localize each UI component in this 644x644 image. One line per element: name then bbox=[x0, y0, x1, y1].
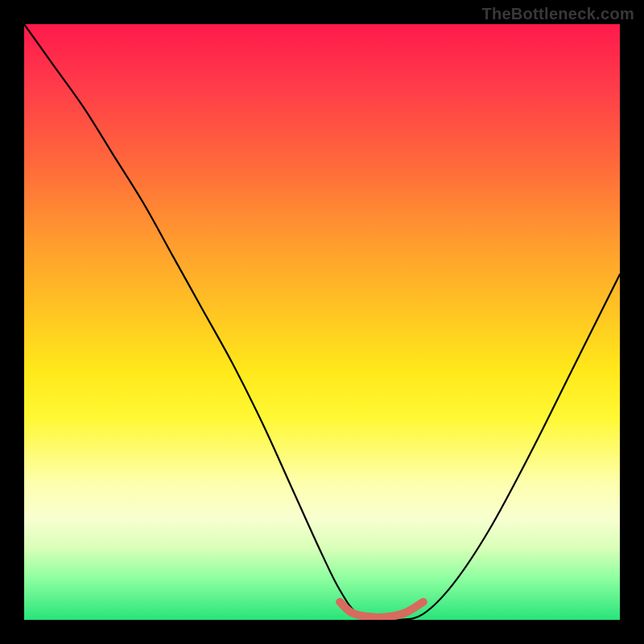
watermark-text: TheBottleneck.com bbox=[481, 5, 634, 23]
chart-frame: TheBottleneck.com bbox=[0, 0, 644, 644]
chart-canvas bbox=[24, 24, 620, 620]
bottom-highlight bbox=[340, 602, 423, 617]
main-curve bbox=[24, 24, 620, 620]
chart-plot-area bbox=[24, 24, 620, 620]
